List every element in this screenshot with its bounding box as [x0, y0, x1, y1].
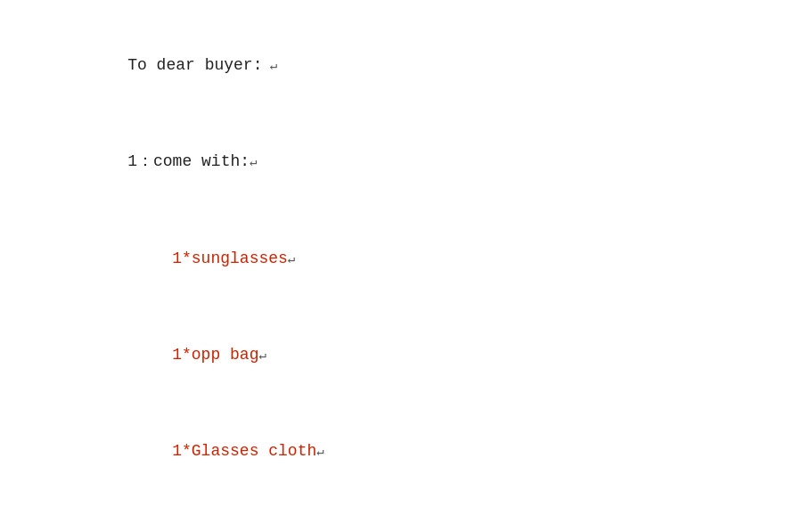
- line-fast-shipping: 2：Fast shipping, we will send out your p…: [89, 510, 706, 532]
- opp-bag-text: 1*opp bag: [172, 346, 258, 364]
- return-1: ↵: [262, 59, 277, 73]
- line-sunglasses: 1*sunglasses↵: [89, 220, 706, 297]
- return-3: ↵: [288, 252, 295, 266]
- return-2: ↵: [250, 155, 257, 169]
- glasses-cloth-text: 1*Glasses cloth: [172, 442, 316, 460]
- spacer-2: [89, 201, 706, 220]
- to-dear-buyer-text: To dear buyer:: [127, 56, 262, 74]
- spacer-3: [89, 297, 706, 316]
- line-opp-bag: 1*opp bag↵: [89, 316, 706, 393]
- line-to-dear-buyer: To dear buyer: ↵: [89, 27, 706, 103]
- return-5: ↵: [316, 445, 323, 459]
- spacer-1: [89, 103, 706, 123]
- main-content: To dear buyer: ↵ 1：come with:↵ 1*sunglas…: [0, 18, 786, 532]
- sunglasses-text: 1*sunglasses: [172, 250, 288, 267]
- spacer-4: [89, 394, 706, 413]
- return-4: ↵: [258, 348, 266, 363]
- spacer-5: [89, 490, 706, 510]
- line-come-with: 1：come with:↵: [89, 123, 706, 200]
- come-with-text: 1：come with:: [127, 152, 250, 170]
- line-glasses-cloth: 1*Glasses cloth↵: [89, 413, 706, 490]
